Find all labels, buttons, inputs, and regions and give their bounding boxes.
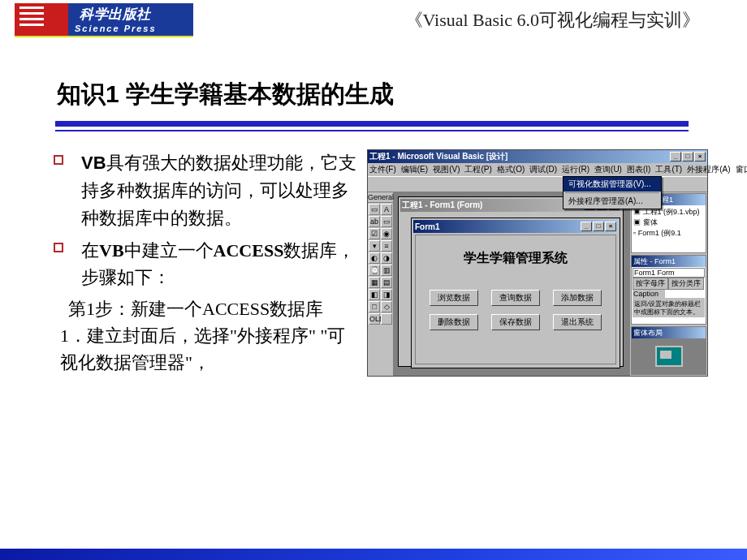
menu-item[interactable]: 调试(D) <box>529 164 557 175</box>
vb6-screenshot: 工程1 - Microsoft Visual Basic [设计] _ □ × … <box>367 149 708 377</box>
form-button[interactable]: 查询数据 <box>491 290 540 306</box>
menu-item[interactable]: 工程(P) <box>464 164 491 175</box>
toolbox-tool[interactable]: ◧ <box>369 289 380 300</box>
toolbox-tool[interactable]: ▾ <box>369 240 380 252</box>
bullet-item: VB具有强大的数据处理功能，它支持多种数据库的访问，可以处理多种数据库中的数据。 <box>49 149 357 232</box>
step-1-label: 第1步：新建一个ACCESS数据库 <box>68 295 357 322</box>
toolbox-tool[interactable]: A <box>381 204 392 215</box>
menu-item[interactable]: 窗口(W) <box>736 164 747 175</box>
menu-item[interactable]: 运行(R) <box>562 164 589 175</box>
toolbox-tool[interactable]: ▭ <box>369 204 380 215</box>
toolbar-button[interactable] <box>383 178 396 191</box>
text: 中建立一个 <box>124 240 214 261</box>
properties-object-selector[interactable]: Form1 Form <box>633 268 705 278</box>
toolbar-button[interactable] <box>369 178 382 191</box>
toolbar-button[interactable] <box>397 178 410 191</box>
menu-item-visual-data-manager[interactable]: 可视化数据管理器(V)... <box>563 177 661 192</box>
properties-tab-alpha[interactable]: 按字母序 <box>633 278 668 290</box>
toolbar-button[interactable] <box>429 178 442 191</box>
toolbox[interactable]: General ▭Aab▭☑◉▾≡◐◑⌚▥▦▤◧◨□◇OLE <box>368 192 394 376</box>
form-caption-label: 学生学籍管理系统 <box>416 250 615 267</box>
close-button[interactable]: × <box>694 152 706 162</box>
main-window-titlebar: 工程1 - Microsoft Visual Basic [设计] _ □ × <box>368 150 707 163</box>
menu-item[interactable]: 文件(F) <box>369 164 396 175</box>
form-window[interactable]: Form1 _ □ × 学生学籍管理系统 浏览数据查询数据添加数据删除数据保存数… <box>412 218 620 368</box>
form-button[interactable]: 删除数据 <box>430 314 478 330</box>
right-panels: 工程 - 工程1 ▣ 工程1 (例9.1.vbp) ▣ 窗体 ▫ Form1 (… <box>629 192 707 376</box>
text: 在 <box>81 240 99 261</box>
form-layout-title: 窗体布局 <box>632 327 706 338</box>
toolbox-tool[interactable]: ▭ <box>381 216 392 227</box>
properties-tab-category[interactable]: 按分类序 <box>668 278 704 290</box>
menu-item[interactable]: 格式(O) <box>497 164 525 175</box>
form-button[interactable]: 添加数据 <box>553 290 602 306</box>
toolbar-button[interactable] <box>533 178 546 191</box>
toolbar-button[interactable] <box>547 178 560 191</box>
toolbox-tool[interactable] <box>381 313 392 325</box>
heading-rule <box>55 121 689 131</box>
bullet-item: 在VB中建立一个ACCESS数据库，步骤如下： <box>49 237 357 291</box>
toolbar-button[interactable] <box>415 178 428 191</box>
toolbox-tool[interactable]: ☑ <box>369 228 380 239</box>
main-window-title: 工程1 - Microsoft Visual Basic [设计] <box>369 151 507 162</box>
text-bold: ACCESS <box>214 240 284 261</box>
menu-item[interactable]: 视图(V) <box>433 164 460 175</box>
tree-node[interactable]: ▫ Form1 (例9.1 <box>633 228 704 239</box>
property-description: 返回/设置对象的标题栏中或图标下面的文本。 <box>633 299 705 317</box>
toolbox-tool[interactable]: ▦ <box>369 277 380 288</box>
minimize-button[interactable]: _ <box>670 152 681 162</box>
toolbar-button[interactable] <box>520 178 533 191</box>
toolbox-tool[interactable]: □ <box>369 301 380 312</box>
maximize-button[interactable]: □ <box>682 152 693 162</box>
toolbox-tool[interactable]: ◐ <box>369 252 380 264</box>
menu-separator <box>565 192 659 193</box>
addins-dropdown-menu[interactable]: 可视化数据管理器(V)... 外接程序管理器(A)... <box>563 176 662 209</box>
properties-panel[interactable]: 属性 - Form1 Form1 Form 按字母序 按分类序 Caption … <box>631 255 706 325</box>
designer-window[interactable]: 工程1 - Form1 (Form) _ □ × Form1 _ □ × <box>399 197 623 366</box>
toolbar-button[interactable] <box>474 178 487 191</box>
form-layout-panel[interactable]: 窗体布局 <box>631 326 706 375</box>
toolbox-tool[interactable]: ◑ <box>381 252 392 264</box>
form-design-surface[interactable]: 学生学籍管理系统 浏览数据查询数据添加数据删除数据保存数据退出系统 <box>415 235 616 364</box>
property-value[interactable] <box>665 290 705 298</box>
toolbox-tool[interactable]: ◉ <box>381 228 392 239</box>
toolbox-tool[interactable]: ≡ <box>381 240 392 252</box>
toolbox-tool[interactable]: ▥ <box>381 265 392 276</box>
toolbar-button[interactable] <box>502 178 515 191</box>
tree-node[interactable]: ▣ 窗体 <box>633 218 704 228</box>
toolbox-tool[interactable]: ◨ <box>381 289 392 300</box>
form-button[interactable]: 退出系统 <box>553 314 602 330</box>
toolbox-tool[interactable]: ▤ <box>381 277 392 288</box>
toolbox-tool[interactable]: OLE <box>369 313 380 325</box>
toolbox-tool[interactable]: ⌚ <box>369 265 380 276</box>
toolbar-button[interactable] <box>456 178 469 191</box>
menu-item[interactable]: 图表(I) <box>627 164 650 175</box>
menu-item-addin-manager[interactable]: 外接程序管理器(A)... <box>563 194 661 209</box>
menu-item[interactable]: 编辑(E) <box>401 164 428 175</box>
form-layout-body[interactable] <box>632 338 706 374</box>
designer-window-title: 工程1 - Form1 (Form) <box>402 200 482 211</box>
form-button[interactable]: 保存数据 <box>491 314 540 330</box>
close-button[interactable]: × <box>605 222 616 231</box>
minimize-button[interactable]: _ <box>581 222 592 231</box>
screen-icon <box>655 346 683 367</box>
form-button[interactable]: 浏览数据 <box>430 290 478 306</box>
bottom-accent-bar <box>0 549 747 560</box>
toolbar-button[interactable] <box>488 178 501 191</box>
menu-item[interactable]: 工具(T) <box>655 164 682 175</box>
square-bullet-icon <box>54 155 63 165</box>
project-tree[interactable]: ▣ 工程1 (例9.1.vbp) ▣ 窗体 ▫ Form1 (例9.1 <box>632 205 706 252</box>
menu-bar[interactable]: 文件(F)编辑(E)视图(V)工程(P)格式(O)调试(D)运行(R)查询(U)… <box>368 163 707 176</box>
logo-text-cn: 科学出版社 <box>80 5 151 24</box>
maximize-button[interactable]: □ <box>593 222 604 231</box>
text-bold: VB <box>99 240 124 261</box>
toolbar-button[interactable] <box>443 178 456 191</box>
property-name: Caption <box>633 290 665 298</box>
toolbox-tool[interactable]: ab <box>369 216 380 227</box>
logo-text-en: Science Press <box>75 24 157 33</box>
menu-item[interactable]: 外接程序(A) <box>687 164 730 175</box>
text-column: VB具有强大的数据处理功能，它支持多种数据库的访问，可以处理多种数据库中的数据。… <box>49 149 357 376</box>
toolbox-tool[interactable]: ◇ <box>381 301 392 312</box>
menu-item[interactable]: 查询(U) <box>594 164 622 175</box>
section-heading: 知识1 学生学籍基本数据的生成 <box>57 78 747 111</box>
